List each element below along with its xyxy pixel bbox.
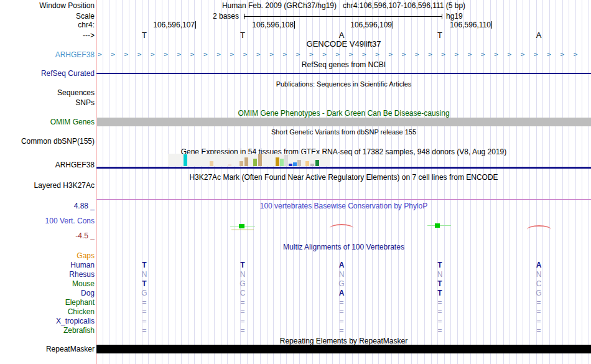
multiz-species-label-human[interactable]: Human bbox=[70, 261, 95, 269]
multiz-base: T bbox=[434, 261, 446, 269]
multiz-species-label-dog[interactable]: Dog bbox=[81, 289, 95, 297]
ruler-tick bbox=[491, 21, 492, 29]
multiz-base: N bbox=[138, 270, 151, 279]
publications-track-title[interactable]: Publications: Sequences in Scientific Ar… bbox=[96, 80, 591, 88]
genome-browser-image: Window Position Human Feb. 2009 (GRCh37/… bbox=[0, 0, 591, 364]
multiz-base: T bbox=[138, 261, 151, 269]
multiz-base: T bbox=[434, 289, 446, 297]
multiz-base: = bbox=[434, 298, 446, 307]
omim-track-title[interactable]: OMIM Gene Phenotypes - Dark Green Can Be… bbox=[96, 109, 591, 118]
gtex-tissue-bar[interactable] bbox=[210, 161, 213, 166]
gencode-item-label[interactable]: ARHGEF38 bbox=[55, 50, 95, 59]
omim-track-label[interactable]: OMIM Genes bbox=[50, 118, 95, 126]
publications-snps-label[interactable]: SNPs bbox=[75, 98, 95, 107]
gtex-tissue-bar[interactable] bbox=[253, 159, 257, 166]
scale-bar bbox=[244, 14, 442, 19]
gtex-tissue-bar[interactable] bbox=[228, 164, 231, 166]
repeatmasker-element-bar[interactable] bbox=[96, 345, 591, 353]
multiz-base: C bbox=[236, 289, 249, 297]
gtex-tissue-bar[interactable] bbox=[293, 162, 297, 166]
h3k27ac-track-title[interactable]: H3K27Ac Mark (Often Found Near Active Re… bbox=[96, 173, 591, 182]
phylop-track-label[interactable]: 100 Vert. Cons bbox=[45, 217, 95, 225]
publications-sequences-label[interactable]: Sequences bbox=[57, 88, 95, 97]
label-track-separator bbox=[96, 0, 97, 364]
gencode-track-title[interactable]: GENCODE V49lift37 bbox=[96, 40, 591, 49]
multiz-base: N bbox=[236, 270, 249, 279]
refseq-gene-line[interactable] bbox=[96, 73, 591, 74]
gtex-gene-model-line[interactable] bbox=[96, 167, 591, 169]
multiz-species-label-x_tropicalis[interactable]: X_tropicalis bbox=[56, 317, 95, 325]
gtex-tissue-bar[interactable] bbox=[280, 159, 284, 166]
multiz-species-label-zebrafish[interactable]: Zebrafish bbox=[63, 326, 95, 335]
multiz-base: = bbox=[138, 326, 151, 335]
gtex-tissue-bar[interactable] bbox=[297, 160, 301, 166]
multiz-base: = bbox=[138, 307, 151, 316]
multiz-base: N bbox=[533, 270, 545, 279]
phylop-negative-dip[interactable] bbox=[527, 225, 551, 230]
multiz-base: = bbox=[236, 298, 249, 307]
dbsnp-track-label[interactable]: Common dbSNP(155) bbox=[21, 137, 95, 146]
reference-base: T bbox=[236, 31, 249, 40]
gtex-tissue-bar[interactable] bbox=[244, 157, 248, 166]
ruler-tick bbox=[393, 21, 393, 29]
multiz-gaps-label[interactable]: Gaps bbox=[77, 251, 95, 260]
phylop-track-title[interactable]: 100 vertebrates Basewise Conservation by… bbox=[96, 202, 591, 210]
scale-label: Scale bbox=[76, 12, 95, 21]
dbsnp-track-title[interactable]: Short Genetic Variants from dbSNP releas… bbox=[96, 128, 591, 136]
multiz-base: N bbox=[434, 270, 446, 279]
gtex-tissue-bar[interactable] bbox=[289, 164, 292, 166]
gtex-tissue-bar[interactable] bbox=[276, 157, 279, 166]
gtex-item-label[interactable]: ARHGEF38 bbox=[55, 161, 95, 169]
scale-value: 2 bases bbox=[213, 12, 239, 21]
multiz-base: = bbox=[138, 317, 151, 325]
window-position-title: Human Feb. 2009 (GRCh37/hg19) chr4:106,5… bbox=[96, 1, 591, 10]
multiz-base: A bbox=[335, 261, 348, 269]
repeatmasker-track-title[interactable]: Repeating Elements by RepeatMasker bbox=[96, 337, 591, 345]
multiz-base: = bbox=[533, 326, 545, 335]
ruler-position-label: 106,596,110 bbox=[450, 21, 492, 29]
strand-direction-label: ---> bbox=[83, 31, 95, 40]
gtex-tissue-bar[interactable] bbox=[310, 164, 314, 166]
gtex-tissue-bar[interactable] bbox=[305, 161, 309, 166]
multiz-base: = bbox=[138, 298, 151, 307]
phylop-positive-peak[interactable] bbox=[239, 224, 244, 228]
gtex-tissue-bar[interactable] bbox=[240, 161, 243, 166]
multiz-base: = bbox=[335, 317, 348, 325]
chromosome-label: chr4: bbox=[78, 21, 95, 29]
reference-base: A bbox=[335, 31, 348, 40]
omim-gene-bar[interactable] bbox=[97, 118, 591, 126]
multiz-track-title[interactable]: Multiz Alignments of 100 Vertebrates bbox=[96, 243, 591, 251]
window-position-label: Window Position bbox=[39, 1, 95, 10]
multiz-base: T bbox=[138, 279, 151, 288]
multiz-base: N bbox=[335, 270, 348, 279]
refseq-track-label[interactable]: RefSeq Curated bbox=[41, 69, 95, 78]
multiz-base: = bbox=[434, 317, 446, 325]
gencode-strand-arrows[interactable]: > > > > > > > > > > > > > > > > > > > > … bbox=[98, 50, 591, 59]
gtex-tissue-bar[interactable] bbox=[258, 154, 262, 166]
repeatmasker-track-label[interactable]: RepeatMasker bbox=[46, 345, 95, 353]
phylop-negative-dip[interactable] bbox=[330, 224, 353, 228]
multiz-species-label-chicken[interactable]: Chicken bbox=[68, 307, 95, 316]
multiz-species-label-mouse[interactable]: Mouse bbox=[72, 279, 95, 288]
ruler-position-label: 106,596,108 bbox=[252, 21, 295, 29]
multiz-species-label-rhesus[interactable]: Rhesus bbox=[69, 270, 95, 279]
gtex-tissue-bar[interactable] bbox=[315, 160, 319, 166]
multiz-base: G bbox=[236, 279, 249, 288]
reference-base: T bbox=[434, 31, 446, 40]
multiz-base: G bbox=[335, 279, 348, 288]
multiz-species-label-elephant[interactable]: Elephant bbox=[65, 298, 95, 307]
gtex-tissue-bar[interactable] bbox=[284, 155, 288, 166]
multiz-base: = bbox=[434, 307, 446, 316]
phylop-positive-peak[interactable] bbox=[435, 223, 440, 228]
multiz-base: = bbox=[335, 307, 348, 316]
phylop-min-score: -4.5 _ bbox=[75, 231, 95, 240]
multiz-base: = bbox=[533, 298, 545, 307]
multiz-base: T bbox=[434, 279, 446, 288]
refseq-track-title[interactable]: RefSeq genes from NCBI bbox=[96, 60, 591, 69]
multiz-base: = bbox=[236, 317, 249, 325]
h3k27ac-track-label[interactable]: Layered H3K27Ac bbox=[34, 181, 95, 190]
gtex-tissue-bar[interactable] bbox=[184, 154, 187, 166]
assembly-label: hg19 bbox=[446, 12, 463, 21]
h3k27ac-baseline[interactable] bbox=[96, 199, 591, 200]
phylop-secondary-line[interactable] bbox=[231, 230, 254, 230]
